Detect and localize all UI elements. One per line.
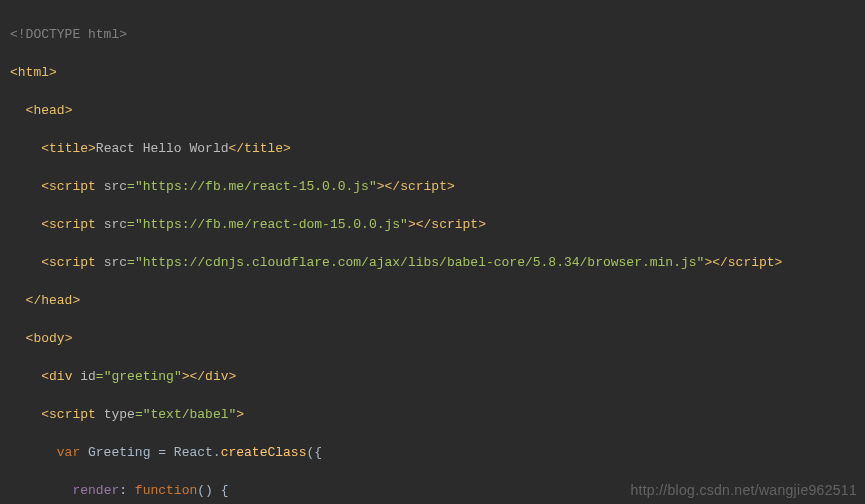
code-line: var Greeting = React.createClass({ [10,443,855,462]
code-line: <div id="greeting"></div> [10,367,855,386]
code-line: <script src="https://fb.me/react-dom-15.… [10,215,855,234]
code-line: <script type="text/babel"> [10,405,855,424]
code-line: <!DOCTYPE html> [10,25,855,44]
code-line: <body> [10,329,855,348]
code-line: </head> [10,291,855,310]
code-line: <script src="https://fb.me/react-15.0.0.… [10,177,855,196]
code-line: <title>React Hello World</title> [10,139,855,158]
doctype: <!DOCTYPE html> [10,27,127,42]
code-line: <head> [10,101,855,120]
code-line: <html> [10,63,855,82]
code-line: <script src="https://cdnjs.cloudflare.co… [10,253,855,272]
code-editor[interactable]: <!DOCTYPE html> <html> <head> <title>Rea… [0,0,865,504]
watermark-text: http://blog.csdn.net/wangjie962511 [630,481,857,500]
